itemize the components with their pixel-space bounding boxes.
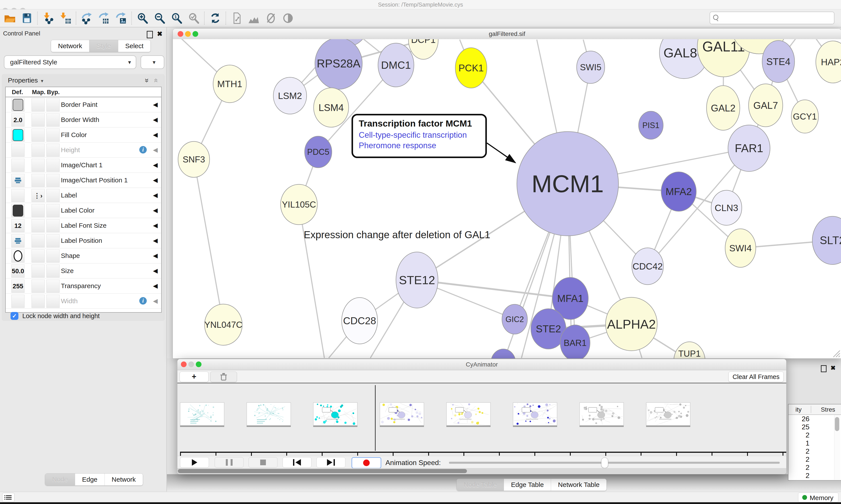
- collapse-arrow-icon[interactable]: ◀: [153, 116, 158, 123]
- property-row-size[interactable]: 50.0Size◀: [6, 264, 161, 278]
- table-cell-value[interactable]: 2: [788, 455, 809, 464]
- network-node-slt2[interactable]: SLT2: [812, 216, 841, 265]
- mapping-cell[interactable]: [32, 174, 45, 187]
- refresh-layout-button[interactable]: [207, 11, 224, 25]
- mapping-cell[interactable]: [32, 159, 45, 172]
- default-cell[interactable]: 50.0: [12, 265, 24, 277]
- tab-node[interactable]: Node: [45, 473, 75, 485]
- default-cell[interactable]: [12, 128, 24, 142]
- table-cell-value[interactable]: 25: [788, 423, 809, 431]
- column-header-centrality[interactable]: ity: [789, 406, 802, 413]
- mapping-cell[interactable]: [32, 204, 45, 217]
- network-node-cdc42[interactable]: CDC42: [632, 248, 663, 285]
- network-node-far1[interactable]: FAR1: [728, 125, 770, 172]
- network-node-ste12[interactable]: STE12: [396, 252, 438, 308]
- collapse-arrow-icon[interactable]: ◀: [153, 237, 158, 244]
- property-row-fill-color[interactable]: Fill Color◀: [6, 127, 161, 143]
- network-node-alpha2[interactable]: ALPHA2: [606, 297, 657, 351]
- network-node-mcm1[interactable]: MCM1: [517, 131, 619, 236]
- network-node-mfa2[interactable]: MFA2: [661, 172, 696, 211]
- tab-node-table[interactable]: Node Table: [457, 479, 504, 491]
- record-button[interactable]: [352, 457, 381, 469]
- save-session-button[interactable]: [18, 11, 35, 25]
- network-node-tup1[interactable]: TUP1: [674, 342, 705, 358]
- mapping-cell[interactable]: [32, 234, 45, 247]
- network-edge[interactable]: [194, 159, 223, 325]
- network-node-ste4[interactable]: STE4: [762, 40, 794, 83]
- property-row-image-chart-position-1[interactable]: Image/Chart Position 1◀: [6, 173, 161, 188]
- play-button[interactable]: [180, 457, 209, 468]
- property-row-height[interactable]: Heighti◀: [6, 143, 161, 158]
- speed-slider-handle[interactable]: [601, 457, 608, 468]
- network-node-pdc5[interactable]: PDC5: [305, 136, 332, 168]
- bypass-cell[interactable]: [47, 234, 59, 247]
- network-canvas[interactable]: RPS28ADMC1DCP1PCK1MTH1LSM2LSM4SNF3PDC5YI…: [173, 39, 841, 358]
- horizontal-scrollbar[interactable]: [177, 468, 786, 474]
- network-node-cdc28[interactable]: CDC28: [342, 298, 378, 344]
- playhead[interactable]: [375, 385, 376, 451]
- speed-slider[interactable]: [449, 462, 780, 464]
- collapse-arrow-icon[interactable]: ◀: [153, 131, 158, 138]
- stop-button[interactable]: [249, 457, 278, 468]
- add-frame-button[interactable]: +: [180, 372, 209, 382]
- mapping-cell[interactable]: [32, 249, 45, 263]
- frame-thumbnail-1[interactable]: [247, 402, 291, 427]
- default-cell[interactable]: 2.0: [12, 113, 24, 127]
- skip-end-button[interactable]: [317, 457, 345, 468]
- network-node-lsm2[interactable]: LSM2: [273, 77, 307, 114]
- network-node-lsm4[interactable]: LSM4: [314, 88, 349, 127]
- timeline[interactable]: Seconds 0123456789: [177, 383, 786, 456]
- frame-thumbnail-6[interactable]: [579, 402, 624, 427]
- table-cell-value[interactable]: 2: [788, 431, 809, 439]
- mapping-cell[interactable]: [32, 144, 45, 157]
- tab-edge-table[interactable]: Edge Table: [504, 479, 551, 491]
- hide-detail-button[interactable]: [262, 11, 280, 25]
- bypass-cell[interactable]: [47, 219, 59, 232]
- property-row-label[interactable]: ⋮›Label◀: [6, 188, 161, 203]
- scrollbar-thumb[interactable]: [178, 469, 467, 473]
- network-node-swi4[interactable]: SWI4: [725, 229, 756, 267]
- collapse-arrow-icon[interactable]: ◀: [153, 192, 158, 199]
- network-node-dmc1[interactable]: DMC1: [378, 43, 414, 87]
- property-row-label-position[interactable]: Label Position◀: [6, 233, 161, 248]
- network-node-swi5[interactable]: SWI5: [577, 51, 605, 84]
- properties-header[interactable]: Properties▾: [8, 77, 43, 84]
- frame-thumbnail-0[interactable]: [180, 402, 224, 427]
- bypass-cell[interactable]: [47, 128, 59, 142]
- table-scrollbar[interactable]: [834, 415, 840, 480]
- export-table-button[interactable]: [95, 11, 112, 25]
- tab-network[interactable]: Network: [105, 473, 143, 485]
- info-icon[interactable]: i: [139, 297, 147, 305]
- close-panel-icon[interactable]: ✖: [830, 364, 836, 372]
- zoom-in-button[interactable]: [134, 11, 151, 25]
- bypass-cell[interactable]: [47, 98, 59, 111]
- import-network-button[interactable]: [40, 11, 57, 25]
- tab-style[interactable]: Style: [89, 40, 118, 52]
- zoom-selected-button[interactable]: [185, 11, 202, 25]
- frame-thumbnail-5[interactable]: [513, 402, 557, 427]
- network-node-hap2[interactable]: HAP2: [816, 41, 841, 83]
- property-row-shape[interactable]: Shape◀: [6, 248, 161, 264]
- scrollbar-thumb[interactable]: [835, 417, 839, 431]
- mapping-cell[interactable]: [32, 280, 45, 293]
- zoom-fit-button[interactable]: 1: [168, 11, 185, 25]
- network-node-ynl047c[interactable]: YNL047C: [204, 304, 242, 345]
- property-row-image-chart-1[interactable]: Image/Chart 1◀: [6, 158, 161, 173]
- network-edge[interactable]: [299, 204, 324, 358]
- close-panel-icon[interactable]: ✖: [157, 30, 162, 38]
- network-node-yil105c[interactable]: YIL105C: [281, 184, 317, 224]
- network-node-dcp1[interactable]: DCP1: [409, 39, 438, 59]
- table-cell-value[interactable]: 1: [788, 439, 809, 447]
- expand-all-icon[interactable]: »: [143, 78, 151, 83]
- show-panels-button[interactable]: [2, 493, 15, 502]
- property-row-label-font-size[interactable]: 12Label Font Size◀: [6, 218, 161, 233]
- property-row-width[interactable]: Widthi◀: [6, 293, 161, 309]
- default-cell[interactable]: 255: [12, 280, 24, 293]
- style-options-button[interactable]: ▾: [141, 55, 164, 69]
- bypass-cell[interactable]: [47, 295, 59, 308]
- collapse-arrow-icon[interactable]: ◀: [153, 297, 158, 305]
- info-icon[interactable]: i: [139, 146, 147, 154]
- frame-thumbnail-4[interactable]: [446, 402, 490, 427]
- network-node-gal7[interactable]: GAL7: [749, 84, 783, 127]
- annotation-link[interactable]: Cell-type-specific transcription: [359, 130, 480, 140]
